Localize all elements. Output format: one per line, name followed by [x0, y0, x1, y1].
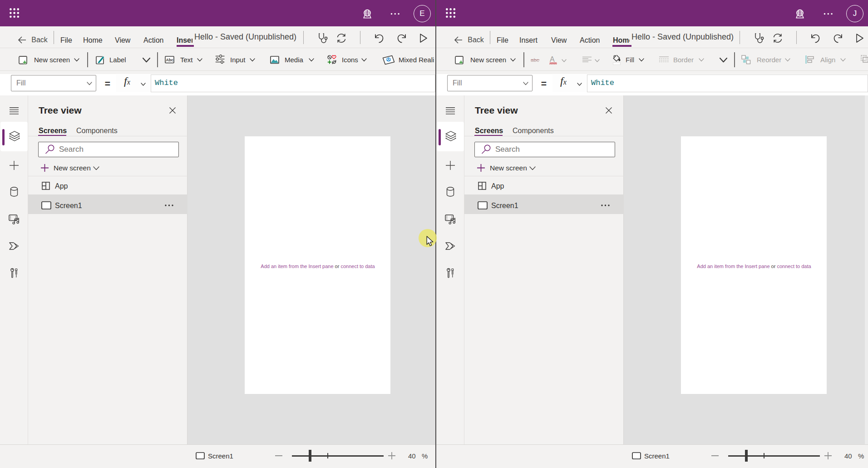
svg-text:Abc: Abc: [166, 58, 173, 62]
svg-text:A: A: [550, 55, 555, 63]
